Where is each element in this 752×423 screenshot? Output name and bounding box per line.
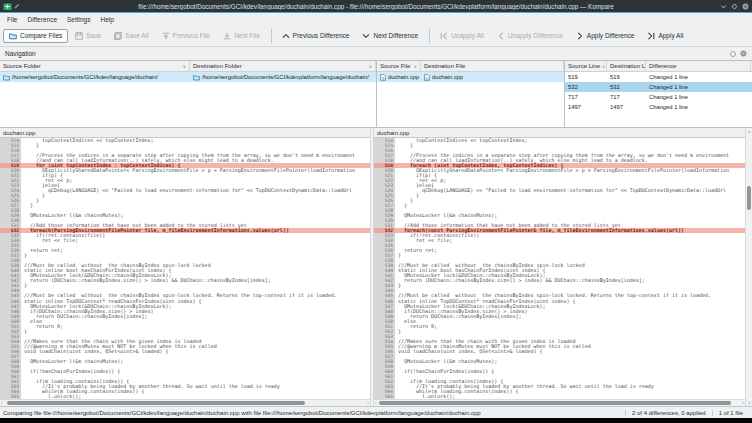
file-row[interactable]: duchain.cppduchain.cpp: [377, 72, 564, 82]
comparing-status-text: Comparing file file:///home/sergobot/Doc…: [3, 410, 625, 416]
scroll-down-icon[interactable]: ∨: [746, 400, 752, 405]
save-all-button[interactable]: Save All: [108, 29, 155, 43]
close-dock-icon[interactable]: [740, 50, 747, 57]
compare-files-icon: [9, 32, 17, 40]
save-all-label: Save All: [125, 32, 149, 39]
scroll-left-icon[interactable]: ‹: [375, 399, 377, 406]
float-dock-icon[interactable]: [730, 51, 736, 57]
scroll-right-icon[interactable]: ›: [367, 399, 369, 406]
difference-text: Changed 1 line: [646, 94, 751, 100]
difference-row[interactable]: 519519Changed 1 line: [565, 72, 752, 82]
column-header-label: Source File: [380, 63, 410, 69]
folders-list: Source Folder∨Destination Folder∨/home/s…: [0, 61, 377, 127]
difference-row[interactable]: 717717Changed 1 line: [565, 92, 752, 102]
statusbar: Comparing file file:///home/sergobot/Doc…: [0, 406, 752, 418]
menu-difference[interactable]: Difference: [22, 16, 62, 23]
column-header-source-folder[interactable]: Source Folder∨: [0, 61, 190, 71]
navigation-dock-title: Navigation: [5, 50, 36, 57]
destination-folder-cell: /home/sergobot/Documents/GCI/kdevplatfor…: [190, 74, 376, 81]
destination-code-area[interactable]: 514 topContextIndices << topContextIndex…: [374, 138, 745, 399]
toolbar-separator: [271, 29, 272, 43]
save-all-icon: [114, 32, 122, 40]
source-pane: duchain.cpp 514 topContextIndices << top…: [0, 128, 370, 406]
column-header-label: Destination File: [424, 63, 465, 69]
close-icon[interactable]: [742, 3, 749, 10]
next-file-button[interactable]: Next File: [217, 29, 266, 43]
minimize-icon[interactable]: [720, 3, 727, 10]
sort-indicator-icon: ∨: [602, 64, 605, 69]
next-file-label: Next File: [234, 32, 260, 39]
menu-file[interactable]: File: [2, 16, 22, 23]
menu-settings[interactable]: Settings: [62, 16, 96, 23]
kompare-app-icon[interactable]: [3, 2, 12, 11]
sort-indicator-icon: ∨: [414, 64, 417, 69]
list-header: Source Folder∨Destination Folder∨: [0, 61, 376, 72]
vertical-scrollbar[interactable]: ∧ ∨: [745, 128, 752, 406]
column-header-destination-folder[interactable]: Destination Folder∨: [190, 61, 376, 71]
column-header-difference[interactable]: Difference: [646, 61, 751, 71]
save-button[interactable]: Save: [69, 29, 107, 43]
source-line: 717: [565, 94, 607, 100]
navigation-panel: Source Folder∨Destination Folder∨/home/s…: [0, 60, 752, 128]
scrollbar-thumb[interactable]: [379, 401, 731, 405]
column-header-destination-line[interactable]: Destination Line: [607, 61, 646, 71]
source-file-cell: duchain.cpp: [377, 74, 421, 81]
difference-row[interactable]: 14971497Changed 1 line: [565, 102, 752, 112]
next-difference-label: Next Difference: [373, 32, 418, 39]
column-header-destination-file[interactable]: Destination File: [421, 61, 564, 71]
source-line: 532: [565, 84, 607, 90]
next-difference-button[interactable]: Next Difference: [356, 29, 424, 43]
unapply-difference-button[interactable]: Unapply Difference: [491, 29, 569, 43]
apply-difference-button[interactable]: Apply Difference: [570, 29, 641, 43]
unapply-difference-label: Unapply Difference: [508, 32, 563, 39]
diff-view: duchain.cpp 514 topContextIndices << top…: [0, 128, 752, 406]
toolbar: Compare FilesSaveSave AllPrevious FileNe…: [0, 25, 752, 47]
column-header-label: Difference: [649, 63, 676, 69]
folder-icon: [3, 74, 10, 81]
column-header-source-line[interactable]: Source Line∨: [565, 61, 607, 71]
unapply-all-button[interactable]: Unapply All: [434, 29, 490, 43]
column-header-source-file[interactable]: Source File∨: [377, 61, 421, 71]
difference-text: Changed 1 line: [646, 74, 751, 80]
destination-line: 519: [607, 74, 646, 80]
column-header-label: Destination Folder: [193, 63, 242, 69]
navigation-dock-header[interactable]: Navigation: [0, 47, 752, 60]
column-header-label: Source Folder: [3, 63, 41, 69]
previous-file-button[interactable]: Previous File: [156, 29, 217, 43]
source-line: 1497: [565, 104, 607, 110]
differences-status: 2 of 4 differences, 0 applied: [625, 410, 712, 416]
source-line: 519: [565, 74, 607, 80]
maximize-icon[interactable]: [731, 3, 738, 10]
next-file-icon: [223, 32, 231, 40]
window-title: file:///home/sergobot/Documents/GCI/kdev…: [40, 3, 712, 10]
scroll-up-icon[interactable]: ∧: [746, 129, 752, 134]
folder-row[interactable]: /home/sergobot/Documents/GCI/kdev/langua…: [0, 72, 376, 82]
scrollbar-thumb[interactable]: [7, 401, 305, 405]
menu-help[interactable]: Help: [96, 16, 119, 23]
scroll-left-icon[interactable]: ‹: [1, 399, 3, 406]
destination-file-cell: duchain.cpp: [421, 74, 564, 81]
source-code-area[interactable]: 514 topContextIndices << topContextIndex…: [0, 138, 370, 399]
compare-files-button[interactable]: Compare Files: [3, 29, 68, 43]
previous-difference-icon: [282, 32, 290, 40]
kompare-window: file:///home/sergobot/Documents/GCI/kdev…: [0, 0, 752, 423]
previous-difference-button[interactable]: Previous Difference: [276, 29, 356, 43]
difference-text: Changed 1 line: [646, 104, 751, 110]
scrollbar-thumb[interactable]: [747, 186, 751, 210]
titlebar[interactable]: file:///home/sergobot/Documents/GCI/kdev…: [0, 0, 752, 13]
destination-pane: duchain.cpp 514 topContextIndices << top…: [374, 128, 745, 406]
files-list: Source File∨Destination Fileduchain.cppd…: [377, 61, 565, 127]
save-label: Save: [86, 32, 101, 39]
destination-folder-path: /home/sergobot/Documents/GCI/kdevplatfor…: [202, 74, 369, 80]
compare-files-label: Compare Files: [20, 32, 62, 39]
sort-indicator-icon: ∨: [183, 64, 186, 69]
differences-list: Source Line∨Destination LineDifference51…: [565, 61, 752, 127]
apply-all-button[interactable]: Apply All: [641, 29, 689, 43]
scroll-right-icon[interactable]: ›: [742, 399, 744, 406]
source-horizontal-scrollbar[interactable]: ‹ ›: [0, 399, 370, 406]
unapply-all-icon: [440, 32, 448, 40]
destination-file-name: duchain.cpp: [432, 74, 463, 80]
source-folder-path: /home/sergobot/Documents/GCI/kdev/langua…: [12, 74, 158, 80]
destination-horizontal-scrollbar[interactable]: ‹ ›: [374, 399, 745, 406]
difference-row[interactable]: 532532Changed 1 line: [565, 82, 752, 92]
